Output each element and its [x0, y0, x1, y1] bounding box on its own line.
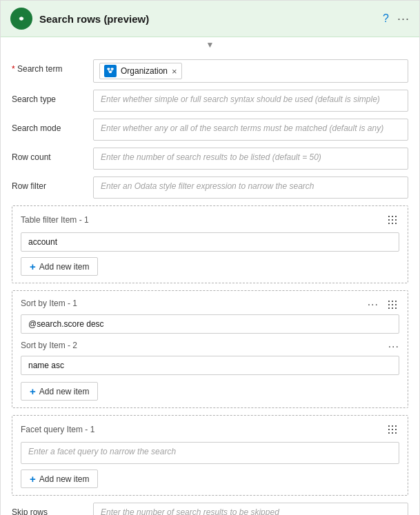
row-count-row: Row count Enter the number of search res… [12, 148, 408, 170]
organization-icon [104, 65, 117, 77]
svg-rect-29 [395, 425, 397, 427]
search-mode-label: Search mode [12, 119, 88, 134]
sort-item-1-label: Sort by Item - 1 [21, 299, 77, 308]
facet-query-add-new-label: Add new item [39, 474, 90, 484]
skip-rows-input[interactable]: Enter the number of search results to be… [93, 503, 408, 515]
search-term-row: * Search term [12, 59, 408, 83]
svg-rect-35 [395, 432, 397, 434]
table-filter-add-new-button[interactable]: + Add new item [21, 257, 98, 276]
facet-query-input[interactable]: Enter a facet query to narrow the search [21, 442, 399, 464]
svg-rect-24 [388, 307, 390, 309]
sort-item-1-options-icon[interactable]: ··· [368, 299, 379, 311]
svg-rect-15 [388, 223, 390, 224]
sort-item-2-wrap: Sort by Item - 2 ··· [21, 341, 399, 375]
search-mode-input[interactable]: Enter whether any or all of the search t… [93, 119, 408, 141]
facet-query-delete-icon[interactable] [386, 423, 399, 436]
header: Search rows (preview) ? ··· [1, 1, 419, 37]
window-title: Search rows (preview) [39, 13, 376, 25]
tag-label: Organization [121, 66, 168, 76]
sort-item-1-header: Sort by Item - 1 ··· [21, 298, 399, 312]
app-logo [10, 8, 32, 30]
search-term-tag-input[interactable]: Organization × [93, 59, 408, 83]
svg-rect-3 [111, 68, 114, 70]
svg-rect-32 [395, 429, 397, 430]
table-filter-item-input[interactable] [21, 232, 399, 252]
facet-query-section: Facet query Item - 1 Enter a f [12, 415, 408, 496]
search-term-input-wrap: Organization × [93, 59, 408, 83]
row-count-input[interactable]: Enter the number of search results to be… [93, 148, 408, 170]
sort-item-2-header: Sort by Item - 2 ··· [21, 341, 399, 353]
svg-rect-9 [388, 216, 390, 217]
search-mode-row: Search mode Enter whether any or all of … [12, 119, 408, 141]
table-filter-title: Table filter Item - 1 [21, 215, 89, 225]
svg-rect-25 [392, 307, 393, 309]
svg-rect-22 [392, 304, 393, 305]
svg-rect-20 [395, 301, 397, 302]
row-filter-row: Row filter Enter an Odata style filter e… [12, 176, 408, 199]
sort-by-section: Sort by Item - 1 ··· [12, 290, 408, 408]
search-type-input-wrap: Enter whether simple or full search synt… [93, 90, 408, 112]
row-filter-label: Row filter [12, 176, 88, 192]
search-type-input[interactable]: Enter whether simple or full search synt… [93, 90, 408, 112]
search-term-label: * Search term [12, 59, 88, 75]
facet-query-add-new-button[interactable]: + Add new item [21, 469, 98, 488]
svg-point-1 [20, 17, 23, 21]
table-filter-section: Table filter Item - 1 [12, 205, 408, 283]
sort-item-1-wrap: Sort by Item - 1 ··· [21, 298, 399, 334]
search-type-label: Search type [12, 90, 88, 105]
svg-rect-10 [392, 216, 393, 217]
form-body: * Search term [1, 52, 419, 515]
svg-rect-11 [395, 216, 397, 217]
sort-item-1-input[interactable] [21, 314, 399, 334]
svg-rect-17 [395, 223, 397, 224]
svg-rect-34 [392, 432, 393, 434]
help-icon[interactable]: ? [383, 13, 389, 24]
table-filter-add-new-label: Add new item [39, 262, 90, 272]
row-count-label: Row count [12, 148, 88, 163]
skip-rows-input-wrap: Enter the number of search results to be… [93, 503, 408, 515]
svg-rect-12 [388, 219, 390, 221]
sort-item-1-delete-icon[interactable] [386, 298, 399, 312]
row-count-input-wrap: Enter the number of search results to be… [93, 148, 408, 170]
skip-rows-row: Skip rows Enter the number of search res… [12, 503, 408, 515]
table-filter-delete-icon[interactable] [386, 213, 399, 227]
sort-by-add-new-button[interactable]: + Add new item [21, 382, 98, 401]
svg-rect-8 [110, 71, 111, 72]
facet-query-title: Facet query Item - 1 [21, 425, 94, 434]
plus-icon: + [30, 261, 36, 272]
row-filter-input-wrap: Enter an Odata style filter expression t… [93, 176, 408, 199]
svg-rect-27 [388, 425, 390, 427]
facet-plus-icon: + [30, 474, 36, 484]
svg-rect-30 [388, 429, 390, 430]
sort-item-2-input[interactable] [21, 356, 399, 375]
tag-close-icon[interactable]: × [172, 67, 177, 76]
svg-rect-16 [392, 223, 393, 224]
facet-query-header: Facet query Item - 1 [21, 423, 399, 436]
skip-rows-label: Skip rows [12, 503, 88, 515]
organization-tag: Organization × [99, 63, 182, 79]
search-mode-input-wrap: Enter whether any or all of the search t… [93, 119, 408, 141]
svg-rect-23 [395, 304, 397, 305]
svg-rect-14 [395, 219, 397, 221]
sort-item-2-label: Sort by Item - 2 [21, 341, 77, 350]
header-actions: ? ··· [383, 12, 410, 26]
svg-rect-33 [388, 432, 390, 434]
svg-rect-18 [388, 301, 390, 302]
required-star: * [12, 64, 17, 74]
svg-rect-19 [392, 301, 393, 302]
row-filter-input[interactable]: Enter an Odata style filter expression t… [93, 176, 408, 199]
sort-plus-icon: + [30, 386, 36, 396]
app-window: Search rows (preview) ? ··· ▼ * Search t… [0, 0, 420, 515]
search-type-row: Search type Enter whether simple or full… [12, 90, 408, 112]
sort-item-2-options-icon[interactable]: ··· [388, 341, 399, 353]
svg-rect-4 [109, 71, 112, 73]
svg-rect-31 [392, 429, 393, 430]
svg-rect-26 [395, 307, 397, 309]
more-options-icon[interactable]: ··· [397, 12, 410, 26]
svg-rect-21 [388, 304, 390, 305]
svg-rect-28 [392, 425, 393, 427]
sort-by-add-new-label: Add new item [39, 387, 90, 396]
table-filter-header: Table filter Item - 1 [21, 213, 399, 227]
svg-rect-2 [108, 68, 110, 70]
svg-rect-13 [392, 219, 393, 221]
